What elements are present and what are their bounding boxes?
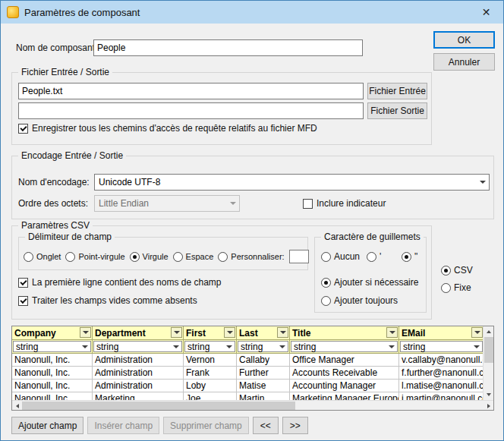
grid-cell[interactable]: Nanonull, Inc. [12, 354, 93, 367]
vertical-scroll-thumb[interactable] [484, 337, 493, 363]
encoding-name-select[interactable]: Unicode UTF-8 [94, 174, 490, 191]
scroll-up-icon[interactable] [484, 326, 494, 337]
grid-cell[interactable]: Loby [184, 380, 237, 392]
dropdown-arrow-icon[interactable] [386, 327, 398, 338]
byte-order-mark-checkbox[interactable]: Inclure indicateur [303, 198, 386, 209]
grid-cell[interactable]: Nanonull, Inc. [12, 392, 93, 400]
grid-cell[interactable]: Callaby [237, 354, 290, 367]
encoding-group: Encodage Entrée / Sortie Nom d'encodage:… [11, 156, 494, 219]
column-header[interactable]: Department [93, 326, 184, 340]
grid-cell[interactable]: Nanonull, Inc. [12, 380, 93, 392]
horizontal-scroll-thumb[interactable] [22, 402, 295, 410]
column-header[interactable]: Company [12, 326, 93, 340]
column-header[interactable]: First [184, 326, 237, 340]
type-cell[interactable]: string [93, 340, 184, 354]
grid-cell[interactable]: Office Manager [290, 354, 399, 367]
dropdown-arrow-icon[interactable] [79, 342, 90, 351]
grid-cell[interactable]: Nanonull, Inc. [12, 367, 93, 380]
grid-cell[interactable]: Administration [93, 380, 184, 392]
horizontal-scrollbar[interactable] [12, 400, 493, 410]
type-cell[interactable]: string [184, 340, 237, 354]
encoding-group-title: Encodage Entrée / Sortie [18, 150, 126, 161]
radio-icon [218, 252, 228, 262]
grid-cell[interactable]: Accounts Receivable [290, 367, 399, 380]
input-file-button[interactable]: Fichier Entrée [367, 83, 427, 99]
radio-icon [321, 252, 331, 262]
column-header[interactable]: EMail [399, 326, 483, 340]
dropdown-arrow-icon[interactable] [277, 327, 288, 338]
component-name-input[interactable] [93, 39, 363, 56]
grid-cell[interactable]: v.callaby@nanonull.com [399, 354, 483, 367]
delimiter-custom-radio[interactable]: Personnaliser: [218, 252, 284, 262]
grid-cell[interactable]: Marketing Manager Europe [290, 392, 399, 400]
grid-cell[interactable]: Martin [237, 392, 290, 400]
column-header-label: Last [239, 328, 258, 339]
grid-cell[interactable]: Matise [237, 380, 290, 392]
grid-cell[interactable]: Marketing [93, 392, 184, 400]
type-cell[interactable]: string [237, 340, 290, 354]
quote-character-group: Caractère de guillemets Aucun ' " Ajoute… [314, 237, 427, 313]
grid-cell[interactable]: Vernon [184, 354, 237, 367]
grid-cell[interactable]: Frank [184, 367, 237, 380]
grid-cell[interactable]: Administration [93, 354, 184, 367]
quote-double-radio[interactable]: " [402, 251, 417, 262]
delimiter-semicolon-radio[interactable]: Point-virgule [65, 252, 124, 262]
dropdown-arrow-icon[interactable] [276, 342, 288, 351]
relative-paths-checkbox[interactable]: Enregistrer tous les chemins d'accès de … [18, 123, 317, 134]
quote-add-always-label: Ajouter toujours [334, 295, 398, 306]
dropdown-arrow-icon[interactable] [224, 327, 235, 338]
empty-fields-checkbox[interactable]: Traiter les champs vides comme absents [18, 295, 197, 306]
output-file-button[interactable]: Fichier Sortie [367, 102, 427, 119]
grid-cell[interactable]: j.martin@nanonull.com [399, 392, 483, 400]
type-cell[interactable]: string [290, 340, 399, 354]
dropdown-arrow-icon[interactable] [80, 327, 91, 338]
quote-add-if-needed-radio[interactable]: Ajouter si nécessaire [321, 277, 418, 288]
dropdown-arrow-icon[interactable] [471, 327, 483, 338]
delimiter-tab-label: Onglet [36, 252, 61, 261]
delimiter-custom-input[interactable] [289, 250, 309, 263]
cancel-button[interactable]: Annuler [433, 53, 495, 71]
grid-cell[interactable]: l.matise@nanonull.com [399, 380, 483, 392]
chevron-down-icon [476, 175, 489, 190]
dropdown-arrow-icon[interactable] [386, 342, 397, 351]
input-file-field[interactable] [18, 83, 364, 99]
first-row-names-checkbox[interactable]: La première ligne contient des noms de c… [18, 277, 221, 288]
vertical-scrollbar[interactable] [483, 326, 493, 400]
type-cell[interactable]: string [12, 340, 93, 354]
delimiter-comma-radio[interactable]: Virgule [130, 252, 169, 262]
format-fixed-radio[interactable]: Fixe [441, 282, 471, 293]
dropdown-arrow-icon[interactable] [170, 342, 181, 351]
dropdown-arrow-icon[interactable] [471, 342, 482, 351]
type-cell[interactable]: string [399, 340, 483, 354]
delimiter-tab-radio[interactable]: Onglet [24, 252, 61, 262]
grid-cell[interactable]: Administration [93, 367, 184, 380]
scroll-left-icon[interactable] [12, 401, 22, 411]
delimiter-group-title: Délimiteur de champ [25, 232, 115, 242]
add-field-button[interactable]: Ajouter champ [11, 417, 83, 434]
close-button[interactable]: ✕ [469, 1, 503, 24]
titlebar[interactable]: Paramètres de composant ✕ [1, 1, 503, 24]
format-csv-radio[interactable]: CSV [441, 265, 473, 276]
csv-settings-group: Paramètres CSV Délimiteur de champ Ongle… [11, 225, 432, 320]
delimiter-space-radio[interactable]: Espace [173, 252, 214, 262]
move-right-button[interactable]: >> [282, 417, 308, 434]
grid-cell[interactable]: Joe [184, 392, 237, 400]
dropdown-arrow-icon[interactable] [223, 342, 235, 351]
relative-paths-label: Enregistrer tous les chemins d'accès de … [32, 123, 317, 134]
type-row: string string string string string strin… [12, 340, 483, 354]
grid-cell[interactable]: Further [237, 367, 290, 380]
scroll-right-icon[interactable] [484, 401, 493, 411]
scroll-down-icon[interactable] [484, 389, 494, 400]
grid-viewport: Company Department First Last Title EMai… [12, 326, 483, 400]
quote-single-radio[interactable]: ' [367, 251, 381, 262]
dropdown-arrow-icon[interactable] [171, 327, 182, 338]
quote-none-radio[interactable]: Aucun [321, 251, 360, 262]
grid-cell[interactable]: f.further@nanonull.com [399, 367, 483, 380]
column-header[interactable]: Title [290, 326, 399, 340]
output-file-field[interactable] [18, 102, 364, 119]
move-left-button[interactable]: << [253, 417, 279, 434]
quote-add-always-radio[interactable]: Ajouter toujours [321, 295, 398, 306]
column-header[interactable]: Last [237, 326, 290, 340]
ok-button[interactable]: OK [433, 31, 495, 49]
grid-cell[interactable]: Accounting Manager [290, 380, 399, 392]
